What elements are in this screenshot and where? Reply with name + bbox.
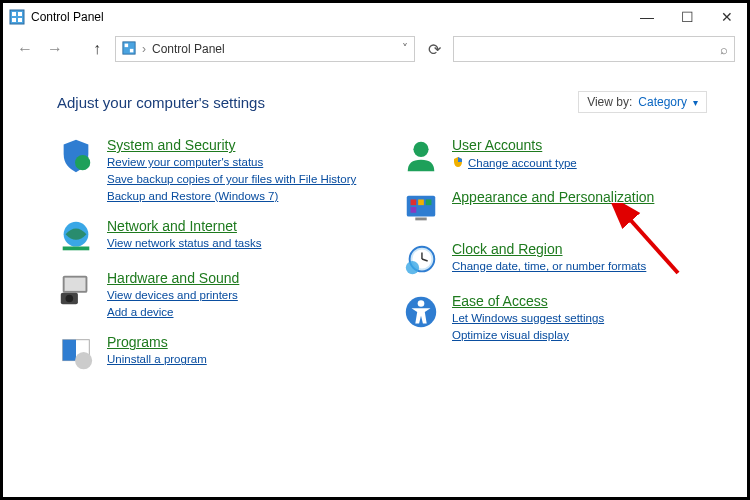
svg-rect-3 [12,18,16,22]
forward-button[interactable]: → [43,37,67,61]
category-title[interactable]: Programs [107,334,207,350]
category-link[interactable]: View network status and tasks [107,235,261,251]
category-link[interactable]: Uninstall a program [107,351,207,367]
category-link[interactable]: View devices and printers [107,287,239,303]
view-by-label: View by: [587,95,632,109]
back-button[interactable]: ← [13,37,37,61]
left-column: System and Security Review your computer… [57,137,362,372]
address-bar[interactable]: › Control Panel ˅ [115,36,415,62]
maximize-button[interactable]: ☐ [667,3,707,31]
view-by-selector[interactable]: View by: Category ▾ [578,91,707,113]
category-system-security: System and Security Review your computer… [57,137,362,204]
minimize-button[interactable]: — [627,3,667,31]
control-panel-icon [122,41,136,58]
control-panel-icon [9,9,25,25]
programs-icon [57,334,95,372]
category-link[interactable]: Let Windows suggest settings [452,310,604,326]
svg-point-8 [75,155,90,170]
category-title[interactable]: Hardware and Sound [107,270,239,286]
page-heading: Adjust your computer's settings [57,94,265,111]
category-network-internet: Network and Internet View network status… [57,218,362,256]
breadcrumb-root[interactable]: Control Panel [152,42,225,56]
chevron-down-icon: ▾ [693,97,698,108]
category-link[interactable]: Backup and Restore (Windows 7) [107,188,356,204]
svg-rect-6 [125,43,129,47]
up-button[interactable]: ↑ [85,37,109,61]
svg-rect-12 [65,278,86,291]
svg-line-32 [626,215,678,273]
category-hardware-sound: Hardware and Sound View devices and prin… [57,270,362,320]
search-box[interactable]: ⌕ [453,36,735,62]
titlebar: Control Panel — ☐ ✕ [3,3,747,31]
category-link[interactable]: Change account type [468,155,577,171]
svg-rect-16 [63,340,76,361]
category-link[interactable]: Save backup copies of your files with Fi… [107,171,356,187]
svg-point-14 [66,295,74,303]
globe-icon [57,218,95,256]
category-title[interactable]: Ease of Access [452,293,604,309]
svg-rect-7 [130,48,134,52]
svg-rect-23 [411,207,417,213]
breadcrumb-separator: › [142,42,146,56]
svg-rect-20 [411,199,417,205]
hardware-icon [57,270,95,308]
svg-point-31 [418,300,425,307]
category-programs: Programs Uninstall a program [57,334,362,372]
svg-rect-21 [418,199,424,205]
annotation-arrow [608,203,698,283]
close-button[interactable]: ✕ [707,3,747,31]
ease-of-access-icon [402,293,440,331]
category-user-accounts: User Accounts Change account type [402,137,707,175]
svg-rect-22 [426,199,432,205]
svg-point-29 [406,261,419,274]
search-icon[interactable]: ⌕ [720,42,728,57]
category-title[interactable]: User Accounts [452,137,577,153]
svg-rect-1 [12,12,16,16]
category-title[interactable]: Network and Internet [107,218,261,234]
navigation-bar: ← → ↑ › Control Panel ˅ ⟳ ⌕ [3,31,747,67]
svg-rect-2 [18,12,22,16]
svg-rect-10 [63,247,90,251]
category-link[interactable]: Review your computer's status [107,154,356,170]
category-link[interactable]: Add a device [107,304,239,320]
refresh-button[interactable]: ⟳ [421,36,447,62]
view-by-value: Category [638,95,687,109]
appearance-icon [402,189,440,227]
window-title: Control Panel [31,10,627,24]
svg-rect-19 [407,196,436,217]
shield-small-icon [452,154,464,172]
svg-rect-24 [415,218,426,221]
category-ease-of-access: Ease of Access Let Windows suggest setti… [402,293,707,343]
category-title[interactable]: System and Security [107,137,356,153]
svg-rect-4 [18,18,22,22]
category-link[interactable]: Optimize visual display [452,327,604,343]
shield-icon [57,137,95,175]
svg-point-18 [413,142,428,157]
search-input[interactable] [460,42,720,56]
svg-point-17 [75,353,92,370]
address-dropdown-icon[interactable]: ˅ [402,42,408,56]
user-icon [402,137,440,175]
clock-icon [402,241,440,279]
